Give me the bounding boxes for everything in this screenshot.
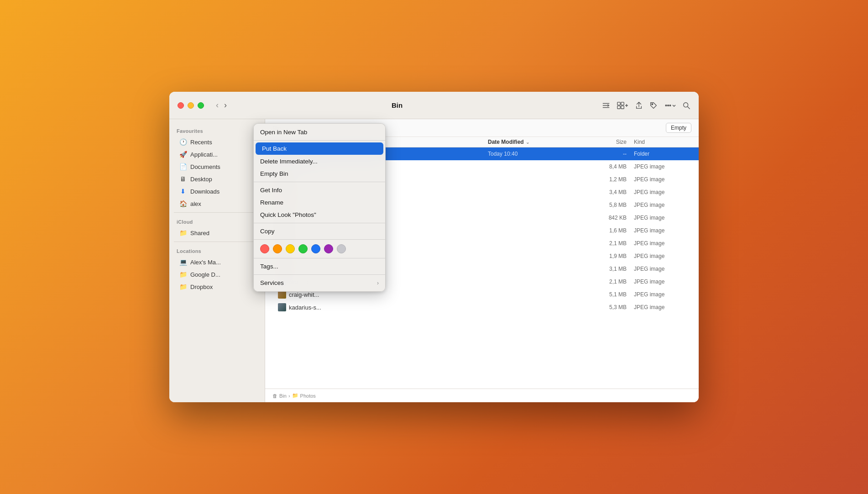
table-row[interactable]: kadarius-s... 5,3 MB JPEG image (265, 301, 699, 314)
toolbar-right (602, 101, 690, 110)
file-kind: Folder (634, 151, 693, 157)
tag-color-gray[interactable] (337, 244, 346, 253)
grid-view-icon[interactable] (617, 101, 628, 110)
svg-rect-3 (617, 102, 620, 105)
sidebar-item-label: Desktop (190, 176, 212, 183)
svg-point-8 (665, 105, 667, 106)
ctx-quick-look[interactable]: Quick Look "Photos" (254, 209, 385, 221)
sidebar-item-label: Alex's Ma... (190, 259, 221, 266)
ctx-rename[interactable]: Rename (254, 196, 385, 209)
sidebar-item-google-drive[interactable]: 📁 Google D... (172, 268, 262, 280)
content-area: Favourites 🕐 Recents 🚀 Applicati... 📄 Do… (169, 119, 699, 402)
sidebar-item-label: Recents (190, 139, 212, 146)
ctx-divider-3 (254, 223, 385, 223)
share-icon[interactable] (635, 101, 643, 110)
back-button[interactable]: ‹ (214, 100, 220, 111)
ctx-divider-2 (254, 182, 385, 182)
sidebar-item-label: Applicati... (190, 151, 218, 158)
ctx-put-back[interactable]: Put Back (256, 142, 383, 155)
sidebar-item-recents[interactable]: 🕐 Recents (172, 136, 262, 148)
file-kind: JPEG image (634, 291, 693, 298)
alexs-mac-icon: 💻 (179, 258, 187, 266)
col-kind-header[interactable]: Kind (634, 139, 693, 145)
sidebar-item-downloads[interactable]: ⬇ Downloads (172, 185, 262, 197)
svg-rect-4 (621, 102, 624, 105)
tag-color-green[interactable] (298, 244, 308, 253)
status-breadcrumb: 🗑 Bin › 📁 Photos (272, 393, 316, 399)
svg-point-11 (684, 102, 688, 107)
file-kind: JPEG image (634, 163, 693, 170)
locations-label: Locations (169, 245, 265, 256)
ctx-services[interactable]: Services › (254, 277, 385, 289)
file-size: 8,4 MB (588, 163, 634, 170)
sidebar-item-label: alex (190, 200, 201, 207)
file-date: Today 10:40 (488, 151, 588, 157)
sidebar-item-dropbox[interactable]: 📁 Dropbox (172, 281, 262, 293)
ctx-divider-1 (254, 140, 385, 141)
file-size: 3,1 MB (588, 266, 634, 272)
ctx-empty-bin[interactable]: Empty Bin (254, 168, 385, 180)
file-kind: JPEG image (634, 215, 693, 221)
sidebar-item-label: Google D... (190, 271, 220, 278)
search-icon[interactable] (682, 101, 690, 110)
ctx-open-new-tab[interactable]: Open in New Tab (254, 126, 385, 138)
tag-color-purple[interactable] (324, 244, 333, 253)
file-size: 842 KB (588, 215, 634, 221)
toolbar: ‹ › Bin (169, 92, 699, 119)
ctx-delete-immediately[interactable]: Delete Immediately... (254, 155, 385, 168)
file-kind: JPEG image (634, 227, 693, 234)
tag-color-red[interactable] (260, 244, 269, 253)
file-size: 1,2 MB (588, 176, 634, 183)
list-view-icon[interactable] (602, 101, 610, 110)
file-kind: JPEG image (634, 240, 693, 247)
minimize-button[interactable] (188, 102, 194, 109)
file-size: 3,4 MB (588, 189, 634, 195)
ctx-tags[interactable]: Tags... (254, 260, 385, 273)
status-bin-label: Bin (279, 393, 287, 399)
sidebar-item-alexs-mac[interactable]: 💻 Alex's Ma... (172, 256, 262, 268)
sidebar-item-applications[interactable]: 🚀 Applicati... (172, 148, 262, 160)
image-thumbnail (278, 303, 286, 311)
file-size: 2,1 MB (588, 279, 634, 285)
desktop-icon: 🖥 (179, 175, 187, 183)
file-kind: JPEG image (634, 202, 693, 208)
close-button[interactable] (178, 102, 184, 109)
status-bar: 🗑 Bin › 📁 Photos (265, 389, 699, 402)
file-kind: JPEG image (634, 279, 693, 285)
file-kind: JPEG image (634, 189, 693, 195)
sidebar-item-shared[interactable]: 📁 Shared (172, 227, 262, 239)
ctx-divider-6 (254, 274, 385, 275)
file-size: -- (588, 151, 634, 157)
google-drive-icon: 📁 (179, 271, 187, 278)
sidebar-item-label: Downloads (190, 188, 220, 195)
status-photos-icon: 📁 (292, 393, 298, 399)
window-title: Bin (199, 101, 595, 109)
ctx-copy[interactable]: Copy (254, 225, 385, 237)
col-size-header[interactable]: Size (588, 139, 634, 145)
sidebar-item-desktop[interactable]: 🖥 Desktop (172, 173, 262, 185)
tag-icon[interactable] (649, 101, 658, 110)
sidebar-divider-2 (174, 242, 260, 242)
sidebar-item-label: Shared (190, 230, 209, 236)
ctx-get-info[interactable]: Get Info (254, 184, 385, 196)
ctx-divider-4 (254, 239, 385, 240)
applications-icon: 🚀 (179, 151, 187, 158)
empty-button[interactable]: Empty (666, 123, 691, 133)
file-size: 5,1 MB (588, 291, 634, 298)
tag-color-yellow[interactable] (286, 244, 295, 253)
col-date-header[interactable]: Date Modified ⌄ (488, 139, 588, 145)
svg-point-9 (668, 105, 669, 106)
more-icon[interactable] (664, 101, 676, 110)
svg-rect-6 (621, 105, 624, 108)
icloud-label: iCloud (169, 215, 265, 226)
svg-point-7 (652, 103, 653, 105)
status-photos-label: Photos (300, 393, 316, 399)
tag-color-orange[interactable] (273, 244, 282, 253)
file-kind: JPEG image (634, 266, 693, 272)
file-name: kadarius-s... (289, 304, 488, 311)
sidebar-item-alex[interactable]: 🏠 alex (172, 198, 262, 210)
sidebar-item-documents[interactable]: 📄 Documents (172, 161, 262, 173)
sidebar: Favourites 🕐 Recents 🚀 Applicati... 📄 Do… (169, 119, 265, 402)
tag-color-blue[interactable] (311, 244, 320, 253)
sidebar-item-label: Documents (190, 163, 220, 170)
